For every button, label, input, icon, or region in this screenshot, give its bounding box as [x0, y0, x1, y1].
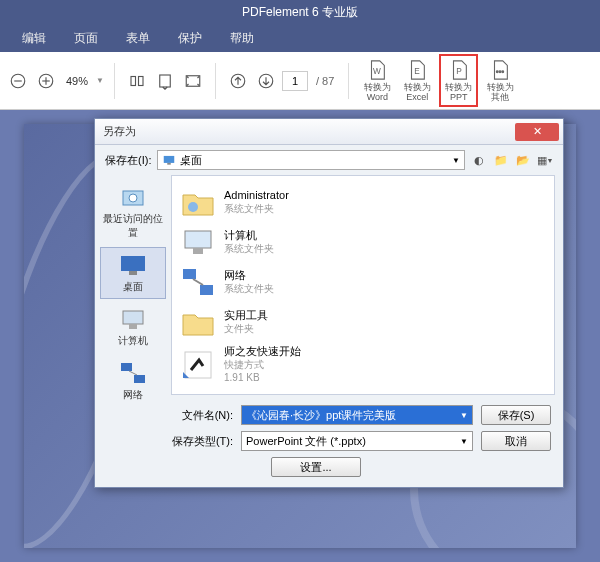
menu-form[interactable]: 表单	[112, 24, 164, 52]
svg-text:E: E	[415, 67, 421, 76]
svg-rect-34	[185, 352, 211, 378]
cancel-button[interactable]: 取消	[481, 431, 551, 451]
settings-button[interactable]: 设置...	[271, 457, 361, 477]
zoom-level[interactable]: 49%	[62, 73, 92, 89]
page-total: / 87	[316, 75, 334, 87]
svg-rect-18	[168, 163, 172, 165]
up-icon[interactable]: 📁	[493, 152, 509, 168]
svg-rect-25	[121, 363, 132, 371]
view-icon[interactable]: ▦▼	[537, 152, 553, 168]
fit-width-icon[interactable]	[125, 69, 149, 93]
svg-rect-21	[121, 256, 145, 271]
zoom-out-button[interactable]	[6, 69, 30, 93]
divider	[215, 63, 216, 99]
filetype-label: 保存类型(T):	[171, 434, 233, 449]
file-item[interactable]: Administrator系统文件夹	[178, 182, 548, 222]
toolbar: 49%▼ / 87 W 转换为Word E 转换为Excel P 转换为PPT …	[0, 52, 600, 110]
new-folder-icon[interactable]: 📂	[515, 152, 531, 168]
svg-rect-6	[138, 76, 143, 85]
place-recent[interactable]: 最近访问的位置	[100, 179, 166, 245]
file-list[interactable]: Administrator系统文件夹 计算机系统文件夹 网络系统文件夹 实用工具…	[171, 175, 555, 395]
dialog-location-row: 保存在(I): 桌面 ▼ ◐ 📁 📂 ▦▼	[95, 145, 563, 175]
fit-page-icon[interactable]	[153, 69, 177, 93]
menu-protect[interactable]: 保护	[164, 24, 216, 52]
svg-rect-30	[193, 248, 203, 254]
divider	[114, 63, 115, 99]
svg-point-28	[188, 202, 198, 212]
prev-page-button[interactable]	[226, 69, 250, 93]
svg-point-15	[499, 71, 501, 73]
convert-ppt-button[interactable]: P 转换为PPT	[439, 54, 478, 107]
svg-rect-17	[164, 156, 175, 163]
svg-rect-26	[134, 375, 145, 383]
svg-rect-7	[160, 75, 171, 87]
save-in-label: 保存在(I):	[105, 153, 151, 168]
convert-other-button[interactable]: 转换为其他	[482, 56, 518, 105]
zoom-in-button[interactable]	[34, 69, 58, 93]
user-folder-icon	[180, 185, 216, 219]
close-button[interactable]: ✕	[515, 123, 559, 141]
dialog-bottom: 文件名(N): 《沁园春·长沙》ppt课件完美版▼ 保存(S) 保存类型(T):…	[95, 399, 563, 487]
convert-excel-button[interactable]: E 转换为Excel	[399, 56, 435, 105]
file-item[interactable]: 网络系统文件夹	[178, 262, 548, 302]
computer-icon	[180, 225, 216, 259]
svg-point-14	[497, 71, 499, 73]
back-icon[interactable]: ◐	[471, 152, 487, 168]
menubar: 编辑 页面 表单 保护 帮助	[0, 24, 600, 52]
svg-rect-5	[131, 76, 136, 85]
file-item[interactable]: 实用工具文件夹	[178, 302, 548, 342]
svg-rect-29	[185, 231, 211, 248]
page-input[interactable]	[282, 71, 308, 91]
menu-edit[interactable]: 编辑	[8, 24, 60, 52]
convert-word-button[interactable]: W 转换为Word	[359, 56, 395, 105]
svg-rect-22	[129, 271, 137, 275]
place-computer[interactable]: 计算机	[100, 301, 166, 353]
svg-rect-23	[123, 311, 143, 324]
menu-help[interactable]: 帮助	[216, 24, 268, 52]
file-item[interactable]: 计算机系统文件夹	[178, 222, 548, 262]
dialog-titlebar[interactable]: 另存为 ✕	[95, 119, 563, 145]
filetype-combo[interactable]: PowerPoint 文件 (*.pptx)▼	[241, 431, 473, 451]
menu-page[interactable]: 页面	[60, 24, 112, 52]
shortcut-icon	[180, 348, 216, 382]
app-titlebar: PDFelement 6 专业版	[0, 0, 600, 24]
svg-rect-24	[129, 324, 137, 329]
save-button[interactable]: 保存(S)	[481, 405, 551, 425]
svg-line-27	[129, 371, 137, 375]
network-icon	[180, 265, 216, 299]
places-bar: 最近访问的位置 桌面 计算机 网络	[95, 175, 171, 399]
fullscreen-icon[interactable]	[181, 69, 205, 93]
svg-point-20	[129, 194, 137, 202]
svg-line-33	[193, 279, 203, 285]
divider	[348, 63, 349, 99]
svg-text:W: W	[373, 67, 381, 76]
svg-rect-31	[183, 269, 196, 279]
svg-text:P: P	[456, 67, 462, 76]
desktop-icon	[162, 153, 176, 167]
svg-point-16	[502, 71, 504, 73]
folder-icon	[180, 305, 216, 339]
filename-input[interactable]: 《沁园春·长沙》ppt课件完美版▼	[241, 405, 473, 425]
filename-label: 文件名(N):	[171, 408, 233, 423]
dialog-title: 另存为	[103, 124, 136, 139]
save-in-combo[interactable]: 桌面 ▼	[157, 150, 465, 170]
place-desktop[interactable]: 桌面	[100, 247, 166, 299]
file-item[interactable]: 师之友快速开始快捷方式1.91 KB	[178, 342, 548, 387]
svg-rect-32	[200, 285, 213, 295]
next-page-button[interactable]	[254, 69, 278, 93]
save-as-dialog: 另存为 ✕ 保存在(I): 桌面 ▼ ◐ 📁 📂 ▦▼ 最近访问的位置 桌面	[94, 118, 564, 488]
